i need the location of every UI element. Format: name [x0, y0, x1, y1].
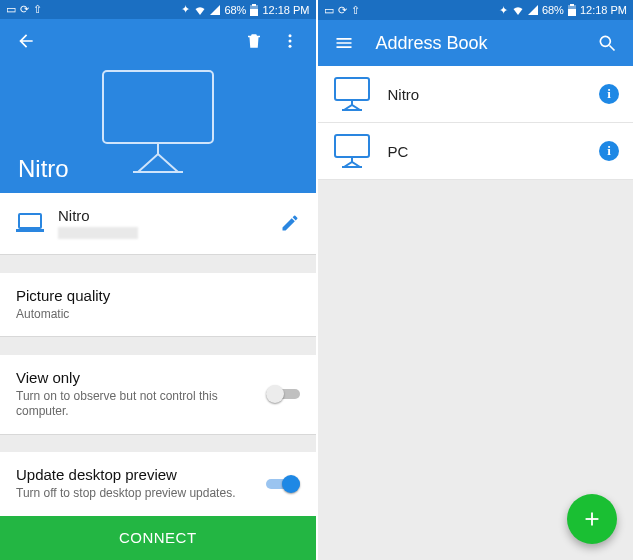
picture-icon: ▭: [324, 4, 334, 17]
bluetooth-icon: ✦: [181, 3, 190, 16]
update-preview-setting: Update desktop preview Turn off to stop …: [0, 452, 316, 516]
picture-quality-value: Automatic: [16, 307, 300, 323]
search-button[interactable]: [589, 25, 625, 61]
bluetooth-icon: ✦: [499, 4, 508, 17]
app-bar-title: Address Book: [376, 33, 590, 54]
update-preview-sub: Turn off to stop desktop preview updates…: [16, 486, 266, 502]
info-icon[interactable]: i: [599, 141, 619, 161]
update-preview-title: Update desktop preview: [16, 466, 266, 483]
status-bar: ▭ ⟳ ⇧ ✦ 68% 12:18 PM: [318, 0, 634, 20]
svg-rect-10: [16, 229, 44, 232]
view-only-setting: View only Turn on to observe but not con…: [0, 355, 316, 434]
status-left: ▭ ⟳ ⇧: [6, 3, 42, 16]
overflow-button[interactable]: [272, 23, 308, 59]
battery-icon: [250, 4, 258, 16]
address-book-app-bar: Address Book: [318, 20, 634, 66]
clock-text: 12:18 PM: [580, 4, 627, 16]
view-only-toggle[interactable]: [266, 385, 300, 403]
status-left: ▭ ⟳ ⇧: [324, 4, 360, 17]
picture-icon: ▭: [6, 3, 16, 16]
svg-rect-2: [252, 4, 256, 6]
svg-rect-12: [568, 9, 576, 16]
update-preview-toggle[interactable]: [266, 475, 300, 493]
picture-quality-setting[interactable]: Picture quality Automatic: [0, 273, 316, 337]
device-row[interactable]: Nitro: [0, 193, 316, 255]
menu-button[interactable]: [326, 25, 362, 61]
signal-icon: [528, 5, 538, 15]
gap: [0, 255, 316, 272]
svg-point-3: [288, 35, 291, 38]
device-name: Nitro: [58, 207, 266, 224]
hero-title: Nitro: [18, 155, 69, 183]
gap: [0, 435, 316, 452]
view-only-title: View only: [16, 369, 266, 386]
list-item-label: Nitro: [388, 86, 584, 103]
upload-icon: ⇧: [33, 3, 42, 16]
back-button[interactable]: [8, 23, 44, 59]
picture-quality-title: Picture quality: [16, 287, 300, 304]
status-bar: ▭ ⟳ ⇧ ✦ 68% 12:18 PM: [0, 0, 316, 19]
sync-icon: ⟳: [20, 3, 29, 16]
delete-button[interactable]: [236, 23, 272, 59]
svg-rect-13: [570, 4, 574, 6]
upload-icon: ⇧: [351, 4, 360, 17]
monitor-icon: [93, 66, 223, 176]
hero: Nitro: [0, 64, 316, 193]
sync-icon: ⟳: [338, 4, 347, 17]
svg-line-15: [610, 46, 615, 51]
svg-point-14: [600, 36, 610, 46]
battery-icon: [568, 4, 576, 16]
list-item-label: PC: [388, 143, 584, 160]
svg-point-5: [288, 45, 291, 48]
gap: [0, 337, 316, 354]
add-fab[interactable]: [567, 494, 617, 544]
svg-rect-6: [103, 71, 213, 143]
detail-app-bar: [0, 19, 316, 63]
monitor-icon: [332, 133, 372, 169]
address-book-list: Nitro i PC i: [318, 66, 634, 180]
svg-rect-1: [250, 9, 258, 16]
info-icon[interactable]: i: [599, 84, 619, 104]
device-sub-blur: [58, 227, 138, 239]
status-right: ✦ 68% 12:18 PM: [499, 4, 627, 17]
list-item[interactable]: PC i: [318, 123, 634, 180]
status-right: ✦ 68% 12:18 PM: [181, 3, 309, 16]
svg-point-4: [288, 40, 291, 43]
laptop-icon: [16, 213, 44, 233]
address-book-screen: ▭ ⟳ ⇧ ✦ 68% 12:18 PM: [318, 0, 634, 560]
list-item[interactable]: Nitro i: [318, 66, 634, 123]
battery-pct: 68%: [224, 4, 246, 16]
edit-icon[interactable]: [280, 213, 300, 233]
plus-icon: [581, 508, 603, 530]
detail-screen: ▭ ⟳ ⇧ ✦ 68% 12:18 PM: [0, 0, 318, 560]
battery-pct: 68%: [542, 4, 564, 16]
svg-rect-16: [335, 78, 369, 100]
svg-rect-9: [19, 214, 41, 228]
wifi-icon: [512, 5, 524, 15]
view-only-sub: Turn on to observe but not control this …: [16, 389, 266, 420]
signal-icon: [210, 5, 220, 15]
wifi-icon: [194, 5, 206, 15]
clock-text: 12:18 PM: [262, 4, 309, 16]
monitor-icon: [332, 76, 372, 112]
connect-button[interactable]: CONNECT: [0, 516, 316, 560]
svg-rect-19: [335, 135, 369, 157]
